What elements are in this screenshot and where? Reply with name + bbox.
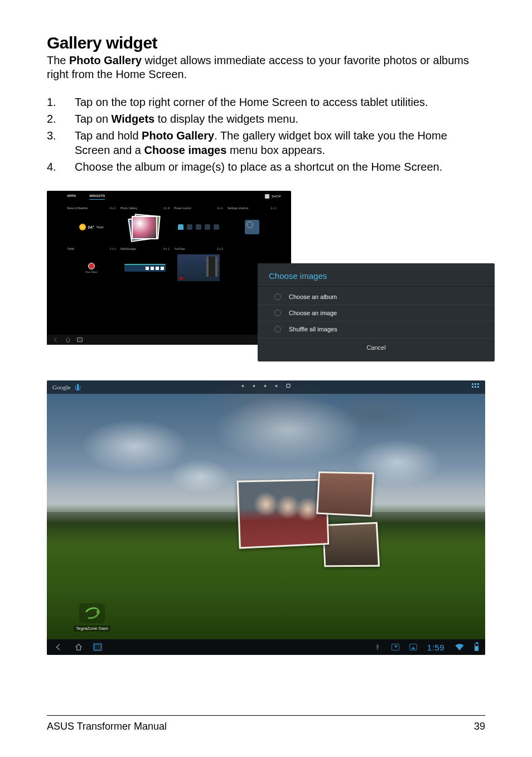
webstorage-bar-icon [124,264,166,272]
steps-list: 1. Tap on the top right corner of the Ho… [47,95,485,174]
step-item: 3. Tap and hold Photo Gallery. The galle… [47,128,485,157]
photo-stack-icon [129,214,161,240]
sync-toggle-icon [205,224,210,230]
widget-youtube[interactable]: YouTube2 x 2 [174,247,223,283]
download-status-icon[interactable] [391,644,399,650]
status-clock[interactable]: 1:59 [427,643,444,652]
dialog-option-album[interactable]: Choose an album [258,289,495,305]
widgets-screen: APPS WIDGETS SHOP News & Weather4 x 1 64… [47,191,291,345]
wifi-toggle-icon [178,224,183,230]
footer-page-number: 39 [474,721,485,732]
intro-paragraph: The Photo Gallery widget allows immediat… [47,54,485,81]
page-indicator[interactable] [242,384,291,388]
battery-status-icon[interactable] [475,643,478,651]
gallery-photo-icon [316,471,374,517]
tab-widgets[interactable]: WIDGETS [89,194,105,200]
dialog-title: Choose images [258,263,495,287]
nav-back-icon[interactable] [52,336,59,343]
tegrazone-app-shortcut[interactable]: TegraZone Gam [69,603,115,631]
dialog-option-shuffle[interactable]: Shuffle all images [258,321,495,337]
widget-webstorage[interactable]: WebStorage4 x 1 [120,247,170,283]
shop-bag-icon [265,194,269,199]
nav-back-icon[interactable] [54,643,64,652]
dialog-option-image[interactable]: Choose an image [258,305,495,321]
brightness-toggle-icon [214,224,219,230]
home-top-bar: Google [47,380,485,394]
tab-row: APPS WIDGETS [67,194,105,200]
radio-icon [274,293,281,300]
widget-settings-shortcut[interactable]: Settings shortcut1 x 1 [228,206,277,243]
shop-button[interactable]: SHOP [265,194,281,199]
dialog-cancel-button[interactable]: Cancel [258,338,495,356]
system-nav-bar [47,335,291,345]
step-item: 1. Tap on the top right corner of the Ho… [47,95,485,109]
gallery-photo-icon [236,479,329,548]
google-search-button[interactable]: Google [52,384,70,390]
section-heading: Gallery widget [47,33,485,52]
step-item: 2. Tap on Widgets to display the widgets… [47,112,485,126]
sun-icon [79,224,86,230]
all-apps-button[interactable] [472,383,480,391]
footer-rule [47,715,485,716]
tab-apps[interactable]: APPS [67,194,76,200]
app-label: TegraZone Gam [74,625,110,631]
nav-recent-icon[interactable] [94,644,101,650]
nav-home-icon[interactable] [65,336,71,343]
system-nav-bar: 1:59 [47,639,485,655]
gallery-photo-icon [322,522,380,567]
youtube-preview-icon [177,254,220,281]
home-screen-figure: Google TegraZone Gam 1:59 [47,380,485,655]
photo-gallery-widget[interactable] [239,472,367,561]
widget-photo-gallery[interactable]: Photo Gallery2 x 2 [120,206,170,243]
voice-search-icon[interactable] [77,384,79,390]
widget-power-control[interactable]: Power control4 x 1 [174,206,223,243]
screenshot-status-icon[interactable] [409,644,417,650]
traffic-pin-icon [88,263,95,269]
settings-icon [245,220,259,234]
bluetooth-toggle-icon [187,224,192,230]
nav-recent-icon[interactable] [77,337,83,342]
radio-icon [274,310,281,316]
widgets-screen-figure: APPS WIDGETS SHOP News & Weather4 x 1 64… [47,191,485,364]
usb-status-icon[interactable] [374,643,381,651]
footer-manual-title: ASUS Transformer Manual [47,721,167,732]
gps-toggle-icon [196,224,201,230]
widget-traffic[interactable]: Traffic1 x 1 Drive Home [67,247,116,283]
tegrazone-icon [83,605,101,621]
widget-news-weather[interactable]: News & Weather4 x 1 64° Taipei [67,206,116,243]
wifi-status-icon[interactable] [454,643,465,651]
choose-images-dialog: Choose images Choose an album Choose an … [258,263,495,361]
nav-home-icon[interactable] [74,643,84,652]
step-item: 4. Choose the album or image(s) to place… [47,160,485,174]
page-footer: ASUS Transformer Manual 39 [47,721,485,732]
radio-icon [274,326,281,332]
